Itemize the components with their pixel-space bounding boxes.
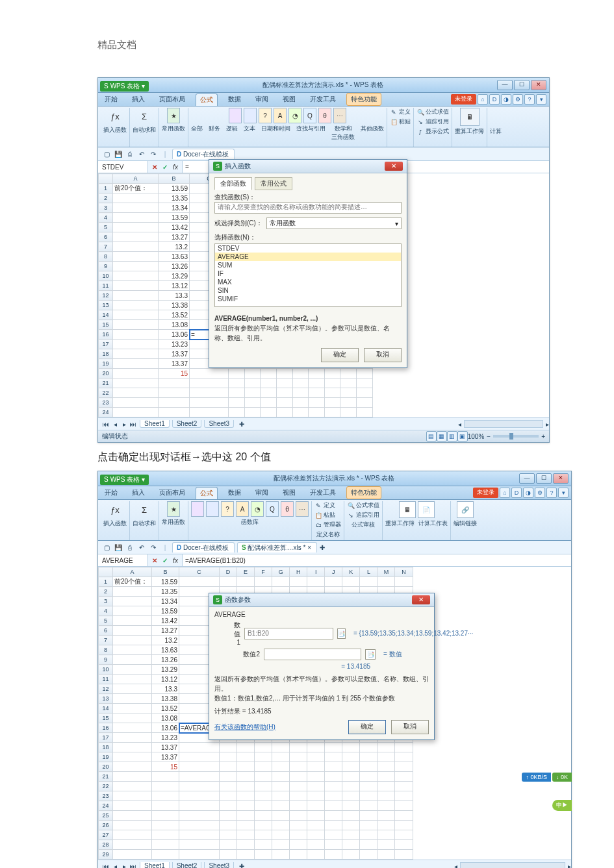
tab-review[interactable]: 审阅	[251, 93, 272, 105]
cell[interactable]	[220, 801, 237, 811]
cell[interactable]: 13.29	[152, 665, 179, 675]
cell[interactable]	[377, 830, 395, 840]
cell[interactable]	[272, 830, 290, 840]
row-header[interactable]: 6	[99, 232, 113, 242]
fin-fn-icon[interactable]	[206, 501, 219, 517]
math-fn-icon[interactable]: θ	[281, 501, 294, 517]
cell[interactable]	[325, 577, 342, 587]
cell[interactable]	[342, 762, 360, 772]
dialog-close-button[interactable]: ✕	[385, 162, 403, 171]
cell[interactable]	[255, 840, 272, 850]
cell[interactable]	[113, 340, 159, 349]
cell[interactable]	[244, 408, 261, 417]
logic-fn-icon[interactable]: ?	[221, 501, 234, 517]
row-header[interactable]: 28	[99, 840, 113, 850]
cell[interactable]	[290, 850, 307, 860]
cell[interactable]	[324, 369, 340, 378]
cell[interactable]	[395, 782, 413, 791]
add-sheet-button[interactable]: ✚	[237, 863, 247, 869]
view-page-icon[interactable]: ▦	[437, 431, 447, 441]
cell[interactable]	[261, 369, 277, 378]
tab-data[interactable]: 数据	[224, 93, 245, 105]
row-header[interactable]: 21	[99, 378, 113, 388]
cell[interactable]	[190, 369, 229, 378]
cell[interactable]	[395, 762, 413, 772]
cell[interactable]	[307, 782, 325, 791]
cell[interactable]	[272, 821, 290, 830]
cell[interactable]: 13.42	[159, 223, 190, 232]
add-sheet-button[interactable]: ✚	[237, 421, 247, 428]
cell[interactable]	[159, 388, 190, 398]
cell[interactable]	[360, 840, 377, 850]
row-header[interactable]: 22	[99, 388, 113, 398]
hscroll-left-icon[interactable]: ◂	[458, 421, 461, 428]
row-header[interactable]: 10	[99, 665, 113, 675]
help-icon[interactable]: ?	[546, 488, 557, 498]
cell[interactable]	[360, 830, 377, 840]
cell[interactable]	[113, 733, 152, 743]
cell[interactable]: 前20个值：	[113, 577, 152, 587]
login-button[interactable]: 未登录	[451, 94, 476, 105]
sheet-next-icon[interactable]: ▸	[120, 421, 128, 428]
column-header[interactable]: J	[325, 567, 342, 577]
sheet-tab[interactable]: Sheet1	[140, 862, 170, 868]
row-header[interactable]: 4	[99, 606, 113, 616]
row-header[interactable]: 7	[99, 242, 113, 252]
row-header[interactable]: 14	[99, 310, 113, 320]
cell[interactable]: 13.35	[152, 587, 179, 597]
cell[interactable]	[113, 232, 159, 242]
recent-fn-icon[interactable]: ★	[167, 501, 180, 517]
skin-icon[interactable]: ◑	[523, 488, 533, 498]
cell[interactable]	[113, 762, 152, 772]
row-header[interactable]: 7	[99, 636, 113, 645]
print-icon[interactable]: ⎙	[125, 149, 134, 158]
row-header[interactable]: 2	[99, 587, 113, 597]
cell[interactable]: 13.12	[159, 281, 190, 291]
cell[interactable]	[340, 398, 357, 408]
column-header[interactable]: N	[395, 567, 413, 577]
cloud-icon[interactable]: D	[511, 488, 522, 498]
cell[interactable]: 13.27	[152, 626, 179, 636]
cell[interactable]	[377, 762, 395, 772]
cell[interactable]	[360, 762, 377, 772]
paste-name-icon[interactable]: 📋	[390, 118, 398, 126]
cell[interactable]	[342, 821, 360, 830]
cell[interactable]	[113, 704, 152, 713]
cell[interactable]	[290, 801, 307, 811]
cell[interactable]	[179, 830, 220, 840]
cell[interactable]	[113, 330, 159, 340]
column-header[interactable]: H	[290, 567, 307, 577]
cell[interactable]	[179, 762, 220, 772]
cell[interactable]: 13.38	[159, 301, 190, 310]
cell[interactable]	[113, 242, 159, 252]
cell[interactable]	[113, 223, 159, 232]
cell[interactable]	[179, 772, 220, 782]
cancel-button[interactable]: 取消	[364, 348, 402, 362]
row-header[interactable]: 9	[99, 262, 113, 271]
function-list-item[interactable]: SIN	[215, 286, 401, 295]
view-read-icon[interactable]: ▣	[457, 431, 468, 441]
define-name-icon[interactable]: ✎	[390, 108, 398, 116]
row-header[interactable]: 5	[99, 223, 113, 232]
row-header[interactable]: 5	[99, 616, 113, 626]
row-header[interactable]: 1	[99, 184, 113, 193]
cell[interactable]	[395, 811, 413, 821]
cloud-icon[interactable]: D	[489, 94, 500, 105]
cell[interactable]	[309, 378, 325, 388]
other-fn-icon[interactable]: ⋯	[296, 501, 309, 517]
cell[interactable]: 13.37	[159, 359, 190, 369]
function-list-item[interactable]: SUMIF	[215, 295, 401, 303]
cell[interactable]	[255, 811, 272, 821]
cell[interactable]	[113, 587, 152, 597]
cell[interactable]: 13.59	[152, 577, 179, 587]
row-header[interactable]: 15	[99, 713, 113, 723]
cell[interactable]	[325, 821, 342, 830]
cell[interactable]	[179, 782, 220, 791]
cell[interactable]	[113, 723, 152, 733]
cell[interactable]	[307, 840, 325, 850]
cell[interactable]	[220, 782, 237, 791]
cell[interactable]	[357, 388, 373, 398]
cell[interactable]	[244, 388, 261, 398]
cell[interactable]	[113, 252, 159, 262]
insert-function-icon[interactable]: ƒx	[108, 501, 122, 518]
